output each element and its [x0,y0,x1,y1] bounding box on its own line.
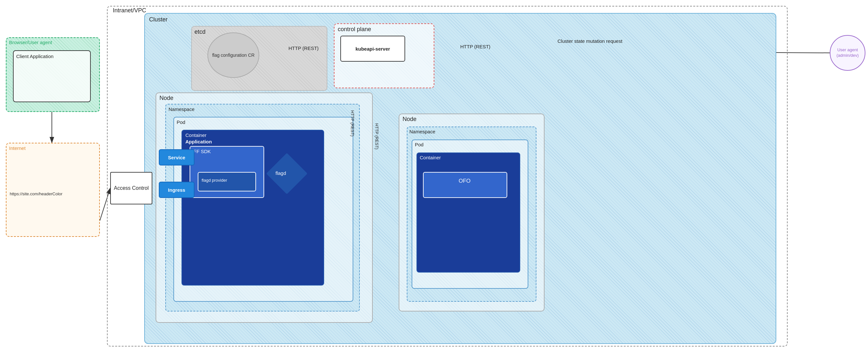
ofo-label: OFO [459,178,471,184]
flagd-provider-label: flagd provider [202,178,227,183]
internet-label: Internet [9,145,26,151]
namespace-right-label: Namespace [409,129,435,134]
node-right-label: Node [403,116,416,123]
kubeapi-label: kubeapi-server [355,46,390,52]
flagd-label: flagd [276,170,286,176]
node-left-label: Node [159,95,174,101]
access-control-label: Access Control [114,185,149,191]
application-label: Application [185,139,212,144]
ingress-label: Ingress [168,187,185,193]
intranet-vpc-label: Intranet/VPC [113,7,146,14]
pod-left-label: Pod [177,119,185,125]
url-label: https://site.com/headerColor [10,192,63,196]
pod-right-label: Pod [415,142,424,147]
flag-config-circle: flag configuration CR [208,32,259,78]
http-rest-vertical-right-label: HTTP (REST) [374,123,379,150]
http-rest-user-label: HTTP (REST) [460,44,490,49]
container-right-region [416,152,520,272]
user-agent-label: User agent (admin/dev) [830,47,865,58]
ingress-box: Ingress [159,182,194,198]
cluster-state-label: Cluster state mutation request [557,38,622,44]
ofo-box [423,172,507,198]
http-rest-etcd-kubeapi-label: HTTP (REST) [288,46,319,51]
ff-sdk-label: FF SDK [193,149,211,154]
etcd-label: etcd [194,29,206,35]
control-plane-label: control plane [338,26,371,33]
cluster-label: Cluster [149,16,167,23]
access-control-box: Access Control [110,172,152,204]
flag-config-label: flag configuration CR [212,52,255,58]
diagram-container: Intranet/VPC Cluster etcd flag configura… [0,0,868,353]
user-agent-circle: User agent (admin/dev) [830,35,865,71]
namespace-left-label: Namespace [168,107,194,112]
service-label: Service [168,155,185,160]
container-right-label: Container [420,155,441,160]
internet-region [6,143,100,237]
service-box: Service [159,149,194,166]
client-app-box: Client Application [13,50,91,102]
client-app-label: Client Application [13,51,90,62]
container-left-label: Container [185,133,207,138]
browser-label: Browser/User agent [9,39,52,45]
kubeapi-server-box: kubeapi-server [340,36,405,62]
http-rest-vertical-left-label: HTTP (REST) [350,110,355,137]
